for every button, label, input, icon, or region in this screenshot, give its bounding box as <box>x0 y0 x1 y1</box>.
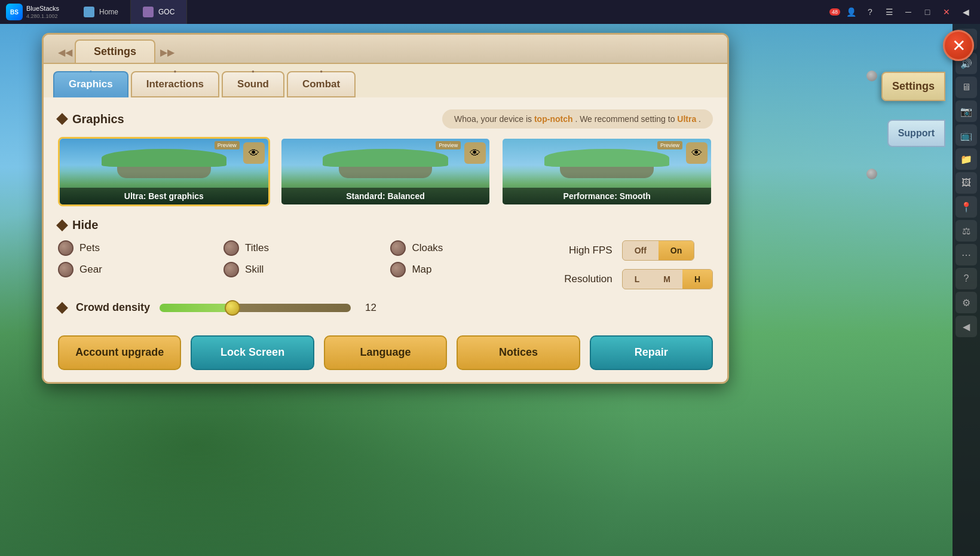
maximize-button[interactable]: □ <box>919 4 936 20</box>
island-standard <box>323 149 448 182</box>
preset-ultra-image: 👁 Preview Ultra: Best graphics <box>60 139 268 204</box>
tab-bar: Home GOC <box>72 0 823 24</box>
res-m-btn[interactable]: M <box>651 270 682 289</box>
support-side-label[interactable]: Support <box>887 120 945 147</box>
preset-standard-image: 👁 Preview Standard: Balanced <box>281 139 490 204</box>
crowd-density-slider[interactable] <box>160 304 351 312</box>
graphics-diamond-icon <box>56 113 68 125</box>
lock-screen-button[interactable]: Lock Screen <box>191 335 314 370</box>
user-button[interactable]: 👤 <box>843 4 859 20</box>
high-fps-label: High FPS <box>553 245 612 256</box>
sidebar-folder-btn[interactable]: 📁 <box>956 148 977 170</box>
tab-combat[interactable]: Combat <box>287 71 356 97</box>
language-button[interactable]: Language <box>324 335 447 370</box>
crowd-density-section: Crowd density 12 <box>58 301 713 314</box>
sidebar-location-btn[interactable]: 📍 <box>956 196 977 218</box>
hide-gear[interactable]: Gear <box>58 262 200 277</box>
main-content: Graphics Whoa, your device is top-notch … <box>44 97 727 382</box>
res-l-btn[interactable]: L <box>623 270 652 289</box>
bluestacks-icon: BS <box>6 4 23 20</box>
sidebar-more-btn[interactable]: ⋯ <box>956 244 977 265</box>
preset-performance-image: 👁 Preview Performance: Smooth <box>503 139 711 204</box>
tab-sound[interactable]: Sound <box>222 71 284 97</box>
preset-ultra[interactable]: 👁 Preview Ultra: Best graphics <box>58 137 270 206</box>
hide-pets[interactable]: Pets <box>58 240 200 256</box>
pets-radio[interactable] <box>58 240 74 256</box>
high-fps-group: Off On <box>622 240 695 261</box>
sidebar-help-btn[interactable]: ? <box>956 268 977 289</box>
preview-label-ultra: Preview <box>215 141 240 149</box>
repair-button[interactable]: Repair <box>590 335 713 370</box>
high-fps-row: High FPS Off On <box>553 240 713 261</box>
expand-button[interactable]: ◀ <box>957 4 974 20</box>
sidebar-image-btn[interactable]: 🖼 <box>956 172 977 194</box>
app-name: BlueStacks <box>26 5 59 13</box>
rec-highlight: top-notch <box>534 114 573 124</box>
hide-and-controls: Pets Titles Cloaks Gear <box>58 240 713 289</box>
minimize-button[interactable]: ─ <box>900 4 917 20</box>
titles-label: Titles <box>245 242 269 254</box>
island-performance <box>544 149 669 182</box>
tab-home-label: Home <box>99 8 118 16</box>
sidebar-video-btn[interactable]: 📺 <box>956 124 977 146</box>
preview-label-performance: Preview <box>657 141 682 149</box>
sidebar-display-btn[interactable]: 🖥 <box>956 77 977 98</box>
cloaks-radio[interactable] <box>390 240 406 256</box>
tab-goc[interactable]: GOC <box>131 0 187 24</box>
settings-panel: ◀◀ Settings ▶▶ Graphics Interactions Sou… <box>42 33 729 384</box>
account-upgrade-button[interactable]: Account upgrade <box>58 335 181 370</box>
menu-button[interactable]: ☰ <box>881 4 898 20</box>
tab-home[interactable]: Home <box>72 0 131 24</box>
map-label: Map <box>412 264 431 276</box>
slider-thumb[interactable] <box>225 300 240 316</box>
right-controls: High FPS Off On Resolution L M H <box>553 240 713 289</box>
fps-off-btn[interactable]: Off <box>623 241 659 260</box>
sidebar-settings-btn[interactable]: ⚙ <box>956 292 977 313</box>
graphics-section: Graphics Whoa, your device is top-notch … <box>58 109 713 206</box>
settings-header: ◀◀ Settings ▶▶ <box>44 35 727 64</box>
notices-button[interactable]: Notices <box>457 335 580 370</box>
preset-ultra-label: Ultra: Best graphics <box>60 188 268 204</box>
preset-standard-label: Standard: Balanced <box>281 188 490 204</box>
preview-badge-ultra: 👁 <box>243 142 265 164</box>
sidebar-camera-btn[interactable]: 📷 <box>956 100 977 122</box>
titlebar-actions: 48 👤 ? ☰ ─ □ ✕ ◀ <box>823 4 980 20</box>
preview-badge-standard: 👁 <box>464 142 486 164</box>
res-h-btn[interactable]: H <box>682 270 712 289</box>
hide-titles[interactable]: Titles <box>223 240 366 256</box>
titles-radio[interactable] <box>223 240 239 256</box>
hide-cloaks[interactable]: Cloaks <box>390 240 540 256</box>
preset-standard[interactable]: 👁 Preview Standard: Balanced <box>280 137 492 206</box>
hide-section-title: Hide <box>72 218 98 232</box>
close-button[interactable]: ✕ <box>943 30 974 61</box>
tab-goc-label: GOC <box>158 8 174 16</box>
sidebar-scale-btn[interactable]: ⚖ <box>956 220 977 242</box>
resolution-group: L M H <box>622 269 713 289</box>
tab-graphics[interactable]: Graphics <box>53 71 128 97</box>
preview-badge-performance: 👁 <box>686 142 708 164</box>
goc-icon <box>143 7 154 17</box>
crowd-density-label: Crowd density <box>76 301 150 314</box>
skill-radio[interactable] <box>223 262 239 277</box>
hide-map[interactable]: Map <box>390 262 540 277</box>
app-version: 4.280.1.1002 <box>26 13 59 19</box>
gear-radio[interactable] <box>58 262 74 277</box>
graphics-presets: 👁 Preview Ultra: Best graphics 👁 Preview <box>58 137 713 206</box>
app-logo: BS BlueStacks 4.280.1.1002 <box>0 4 72 20</box>
graphics-section-title: Graphics <box>72 112 124 126</box>
settings-side-label[interactable]: Settings <box>881 72 945 101</box>
map-radio[interactable] <box>390 262 406 277</box>
hide-skill[interactable]: Skill <box>223 262 366 277</box>
rec-ultra: Ultra <box>677 114 696 124</box>
nav-arrow-right[interactable]: ▶▶ <box>158 42 177 63</box>
tab-interactions[interactable]: Interactions <box>131 71 219 97</box>
nav-arrow-left[interactable]: ◀◀ <box>56 42 75 63</box>
preset-performance[interactable]: 👁 Preview Performance: Smooth <box>501 137 713 206</box>
sidebar-collapse-btn[interactable]: ◀ <box>956 316 977 337</box>
fps-on-btn[interactable]: On <box>659 241 694 260</box>
graphics-section-header: Graphics Whoa, your device is top-notch … <box>58 109 713 129</box>
help-button[interactable]: ? <box>862 4 878 20</box>
notification-badge[interactable]: 48 <box>829 8 840 16</box>
window-close-button[interactable]: ✕ <box>938 4 955 20</box>
preset-performance-label: Performance: Smooth <box>503 188 711 204</box>
